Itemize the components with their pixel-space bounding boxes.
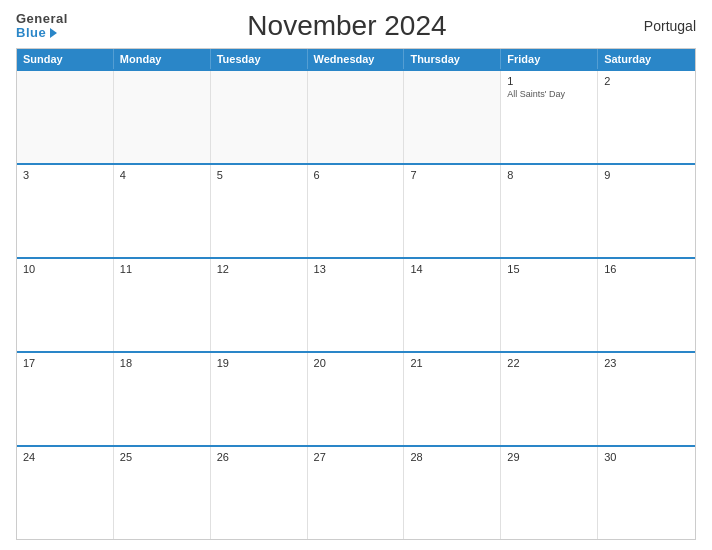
day-number: 11 bbox=[120, 263, 204, 275]
day-cell-nov4: 4 bbox=[114, 165, 211, 257]
day-number: 8 bbox=[507, 169, 591, 181]
header-friday: Friday bbox=[501, 49, 598, 69]
logo-general-text: General bbox=[16, 12, 68, 26]
header: General Blue November 2024 Portugal bbox=[16, 10, 696, 42]
day-cell-nov9: 9 bbox=[598, 165, 695, 257]
day-number: 1 bbox=[507, 75, 591, 87]
day-cell-nov1: 1 All Saints' Day bbox=[501, 71, 598, 163]
week-row-1: 1 All Saints' Day 2 bbox=[17, 69, 695, 163]
day-cell-nov19: 19 bbox=[211, 353, 308, 445]
day-number: 20 bbox=[314, 357, 398, 369]
header-sunday: Sunday bbox=[17, 49, 114, 69]
day-number: 3 bbox=[23, 169, 107, 181]
day-number: 29 bbox=[507, 451, 591, 463]
day-number: 7 bbox=[410, 169, 494, 181]
logo-triangle-icon bbox=[50, 28, 57, 38]
day-number: 27 bbox=[314, 451, 398, 463]
day-number: 24 bbox=[23, 451, 107, 463]
day-number: 14 bbox=[410, 263, 494, 275]
week-row-3: 10 11 12 13 14 15 16 bbox=[17, 257, 695, 351]
day-number: 28 bbox=[410, 451, 494, 463]
day-number: 16 bbox=[604, 263, 689, 275]
day-number: 30 bbox=[604, 451, 689, 463]
day-number: 6 bbox=[314, 169, 398, 181]
header-saturday: Saturday bbox=[598, 49, 695, 69]
day-number: 4 bbox=[120, 169, 204, 181]
day-cell-nov20: 20 bbox=[308, 353, 405, 445]
day-cell bbox=[308, 71, 405, 163]
day-number: 18 bbox=[120, 357, 204, 369]
week-row-4: 17 18 19 20 21 22 23 bbox=[17, 351, 695, 445]
day-cell-nov24: 24 bbox=[17, 447, 114, 539]
day-number: 13 bbox=[314, 263, 398, 275]
day-number: 2 bbox=[604, 75, 689, 87]
logo-blue-text: Blue bbox=[16, 26, 46, 40]
week-row-2: 3 4 5 6 7 8 9 bbox=[17, 163, 695, 257]
day-headers-row: Sunday Monday Tuesday Wednesday Thursday… bbox=[17, 49, 695, 69]
day-number: 23 bbox=[604, 357, 689, 369]
day-number: 5 bbox=[217, 169, 301, 181]
calendar-grid: Sunday Monday Tuesday Wednesday Thursday… bbox=[16, 48, 696, 540]
day-cell-nov17: 17 bbox=[17, 353, 114, 445]
day-cell-nov25: 25 bbox=[114, 447, 211, 539]
day-cell-nov12: 12 bbox=[211, 259, 308, 351]
day-cell-nov7: 7 bbox=[404, 165, 501, 257]
page: General Blue November 2024 Portugal Sund… bbox=[0, 0, 712, 550]
day-number: 9 bbox=[604, 169, 689, 181]
day-cell bbox=[211, 71, 308, 163]
day-cell-nov30: 30 bbox=[598, 447, 695, 539]
day-number: 21 bbox=[410, 357, 494, 369]
logo-blue-row: Blue bbox=[16, 26, 68, 40]
day-cell-nov13: 13 bbox=[308, 259, 405, 351]
day-cell-nov10: 10 bbox=[17, 259, 114, 351]
country-label: Portugal bbox=[626, 18, 696, 34]
day-cell-nov27: 27 bbox=[308, 447, 405, 539]
header-wednesday: Wednesday bbox=[308, 49, 405, 69]
day-cell-nov11: 11 bbox=[114, 259, 211, 351]
day-cell bbox=[17, 71, 114, 163]
day-cell-nov21: 21 bbox=[404, 353, 501, 445]
day-number: 25 bbox=[120, 451, 204, 463]
day-cell-nov3: 3 bbox=[17, 165, 114, 257]
logo: General Blue bbox=[16, 12, 68, 41]
holiday-name: All Saints' Day bbox=[507, 89, 591, 99]
calendar-title: November 2024 bbox=[68, 10, 626, 42]
day-cell-nov23: 23 bbox=[598, 353, 695, 445]
day-cell-nov28: 28 bbox=[404, 447, 501, 539]
day-cell bbox=[114, 71, 211, 163]
day-cell-nov18: 18 bbox=[114, 353, 211, 445]
week-row-5: 24 25 26 27 28 29 30 bbox=[17, 445, 695, 539]
day-cell bbox=[404, 71, 501, 163]
header-thursday: Thursday bbox=[404, 49, 501, 69]
day-number: 10 bbox=[23, 263, 107, 275]
day-cell-nov26: 26 bbox=[211, 447, 308, 539]
day-cell-nov29: 29 bbox=[501, 447, 598, 539]
day-cell-nov5: 5 bbox=[211, 165, 308, 257]
day-cell-nov2: 2 bbox=[598, 71, 695, 163]
day-cell-nov6: 6 bbox=[308, 165, 405, 257]
day-number: 17 bbox=[23, 357, 107, 369]
day-cell-nov14: 14 bbox=[404, 259, 501, 351]
day-number: 26 bbox=[217, 451, 301, 463]
day-cell-nov15: 15 bbox=[501, 259, 598, 351]
day-cell-nov16: 16 bbox=[598, 259, 695, 351]
day-number: 15 bbox=[507, 263, 591, 275]
header-tuesday: Tuesday bbox=[211, 49, 308, 69]
day-cell-nov8: 8 bbox=[501, 165, 598, 257]
day-number: 19 bbox=[217, 357, 301, 369]
day-cell-nov22: 22 bbox=[501, 353, 598, 445]
day-number: 22 bbox=[507, 357, 591, 369]
calendar-weeks: 1 All Saints' Day 2 3 4 5 6 7 8 9 10 bbox=[17, 69, 695, 539]
header-monday: Monday bbox=[114, 49, 211, 69]
day-number: 12 bbox=[217, 263, 301, 275]
